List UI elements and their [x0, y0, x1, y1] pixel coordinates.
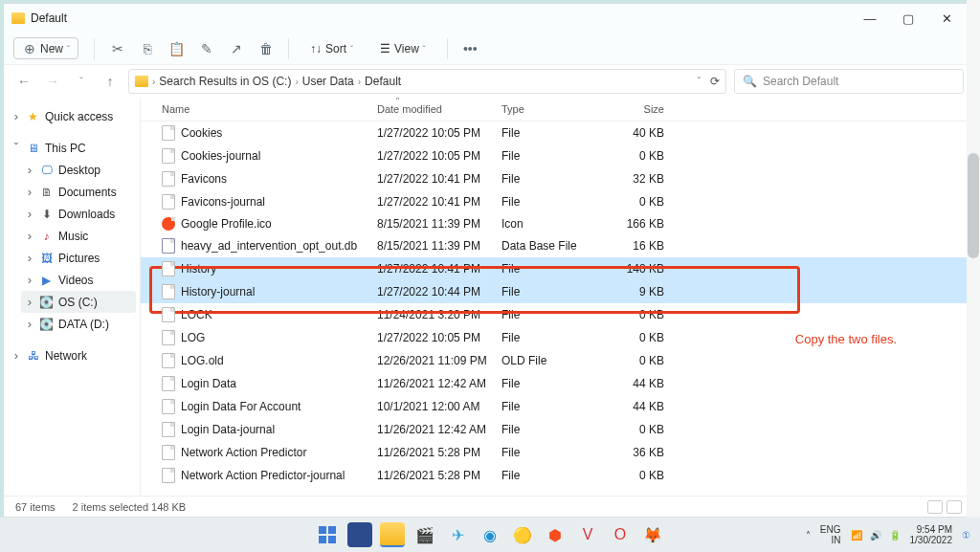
- nav-data-d[interactable]: ›💽DATA (D:): [21, 313, 136, 335]
- notification-icon[interactable]: ①: [962, 530, 970, 541]
- file-row[interactable]: Cookies-journal1/27/2022 10:05 PMFile0 K…: [141, 144, 973, 167]
- wifi-icon[interactable]: 📶: [851, 530, 862, 541]
- details-view-icon[interactable]: [927, 500, 943, 514]
- nav-quick-access[interactable]: ›★Quick access: [8, 105, 136, 127]
- edge-icon[interactable]: ◉: [478, 522, 502, 547]
- maximize-button[interactable]: ▢: [889, 11, 927, 26]
- col-type[interactable]: Type: [501, 103, 597, 115]
- file-row[interactable]: Favicons-journal1/27/2022 10:41 PMFile0 …: [141, 190, 973, 213]
- share-icon[interactable]: ↗: [229, 41, 243, 55]
- minimize-button[interactable]: —: [851, 11, 889, 26]
- copy-icon[interactable]: ⎘: [140, 41, 154, 55]
- nav-pictures[interactable]: ›🖼Pictures: [21, 247, 136, 269]
- nav-videos[interactable]: ›▶Videos: [21, 269, 136, 291]
- nav-desktop[interactable]: ›🖵Desktop: [21, 159, 136, 181]
- file-name: Login Data: [181, 377, 236, 390]
- tray-chevron[interactable]: ˄: [806, 530, 811, 541]
- file-type: File: [501, 377, 597, 390]
- file-row[interactable]: Network Action Predictor11/26/2021 5:28 …: [141, 441, 973, 464]
- file-date: 12/26/2021 11:09 PM: [377, 354, 501, 367]
- new-button[interactable]: ⊕ New ˇ: [13, 37, 78, 59]
- telegram-icon[interactable]: ✈: [445, 522, 470, 547]
- address-bar[interactable]: › Search Results in OS (C:) › User Data …: [128, 69, 726, 94]
- nav-music[interactable]: ›♪Music: [21, 225, 136, 247]
- svg-rect-1: [328, 526, 336, 534]
- file-row[interactable]: LOG.old12/26/2021 11:09 PMOLD File0 KB: [141, 349, 973, 372]
- nav-os-c[interactable]: ›💽OS (C:): [21, 291, 136, 313]
- file-name: LOCK: [181, 308, 212, 321]
- file-row[interactable]: Cookies1/27/2022 10:05 PMFile40 KB: [141, 121, 973, 144]
- nav-documents[interactable]: ›🗎Documents: [21, 181, 136, 203]
- battery-icon[interactable]: 🔋: [889, 530, 901, 541]
- more-icon[interactable]: •••: [463, 41, 478, 55]
- thumbs-view-icon[interactable]: [947, 500, 962, 514]
- file-size: 0 KB: [597, 469, 674, 482]
- file-type: File: [501, 423, 597, 436]
- vivaldi-icon[interactable]: V: [575, 522, 600, 547]
- file-icon: [162, 238, 175, 254]
- sort-button[interactable]: ↑↓ Sort ˇ: [304, 39, 359, 58]
- col-size[interactable]: Size: [597, 103, 674, 115]
- nav-downloads[interactable]: ›⬇Downloads: [21, 203, 136, 225]
- file-type: OLD File: [501, 354, 597, 367]
- file-row[interactable]: LOCK11/24/2021 3:20 PMFile0 KB: [141, 303, 973, 326]
- taskbar-app[interactable]: 🎬: [412, 522, 437, 547]
- address-row: ← → ˇ ↑ › Search Results in OS (C:) › Us…: [4, 65, 973, 98]
- file-name: Google Profile.ico: [181, 217, 272, 231]
- nav-this-pc[interactable]: ˇ🖥This PC: [8, 137, 136, 159]
- brave-icon[interactable]: ⬢: [543, 522, 568, 547]
- crumb[interactable]: Default: [365, 75, 401, 88]
- file-type: File: [501, 195, 597, 209]
- taskbar-app[interactable]: [347, 522, 372, 547]
- file-row[interactable]: Login Data11/26/2021 12:42 AMFile44 KB: [141, 372, 973, 395]
- file-row[interactable]: History-journal1/27/2022 10:44 PMFile9 K…: [141, 280, 973, 303]
- folder-icon: [11, 12, 25, 24]
- sort-icon: ↑↓: [310, 42, 322, 55]
- paste-icon[interactable]: 📋: [169, 41, 184, 55]
- file-row[interactable]: Favicons1/27/2022 10:41 PMFile32 KB: [141, 167, 973, 190]
- file-type: File: [501, 331, 597, 344]
- file-size: 0 KB: [597, 308, 674, 321]
- file-row[interactable]: History1/27/2022 10:41 PMFile140 KB: [141, 257, 973, 280]
- firefox-icon[interactable]: 🦊: [640, 522, 665, 547]
- file-row[interactable]: Google Profile.ico8/15/2021 11:39 PMIcon…: [141, 213, 973, 234]
- file-icon: [162, 217, 175, 231]
- col-name[interactable]: Name: [162, 103, 377, 115]
- file-date: 8/15/2021 11:39 PM: [377, 217, 501, 231]
- file-pane: ˄ Name Date modified Type Size Copy the …: [140, 98, 973, 496]
- file-row[interactable]: Login Data-journal11/26/2021 12:42 AMFil…: [141, 418, 973, 441]
- chevron-down-icon[interactable]: ˇ: [698, 77, 701, 87]
- search-input[interactable]: 🔍 Search Default: [734, 69, 964, 94]
- file-size: 44 KB: [597, 400, 674, 413]
- back-button[interactable]: ←: [13, 74, 34, 89]
- rename-icon[interactable]: ✎: [199, 41, 213, 55]
- view-button[interactable]: ☰ View ˇ: [374, 39, 432, 58]
- file-name: Cookies-journal: [181, 149, 260, 163]
- chrome-icon[interactable]: 🟡: [510, 522, 535, 547]
- close-button[interactable]: ✕: [927, 11, 966, 26]
- file-row[interactable]: Login Data For Account10/1/2021 12:00 AM…: [141, 395, 973, 418]
- opera-icon[interactable]: O: [608, 522, 633, 547]
- file-date: 1/27/2022 10:41 PM: [377, 172, 501, 186]
- scrollbar-thumb[interactable]: [968, 153, 979, 258]
- chevron-down-icon[interactable]: ˇ: [71, 77, 92, 87]
- volume-icon[interactable]: 🔊: [870, 530, 881, 541]
- delete-icon[interactable]: 🗑: [258, 41, 273, 55]
- explorer-icon[interactable]: [380, 522, 405, 547]
- up-button[interactable]: ↑: [100, 74, 121, 89]
- cut-icon[interactable]: ✂: [110, 41, 124, 55]
- nav-network[interactable]: ›🖧Network: [8, 344, 136, 366]
- crumb[interactable]: User Data: [302, 75, 354, 88]
- file-row[interactable]: Network Action Predictor-journal11/26/20…: [141, 464, 973, 487]
- file-row[interactable]: heavy_ad_intervention_opt_out.db8/15/202…: [141, 234, 973, 257]
- window-title: Default: [31, 11, 67, 25]
- file-size: 0 KB: [597, 331, 674, 344]
- file-name: Cookies: [181, 126, 222, 140]
- clock[interactable]: 9:54 PM1/30/2022: [910, 524, 953, 545]
- refresh-icon[interactable]: ⟳: [710, 75, 720, 88]
- forward-button[interactable]: →: [42, 74, 63, 89]
- scrollbar[interactable]: [967, 0, 980, 518]
- crumb[interactable]: Search Results in OS (C:): [159, 75, 291, 88]
- file-name: LOG.old: [181, 354, 224, 367]
- start-button[interactable]: [315, 522, 340, 547]
